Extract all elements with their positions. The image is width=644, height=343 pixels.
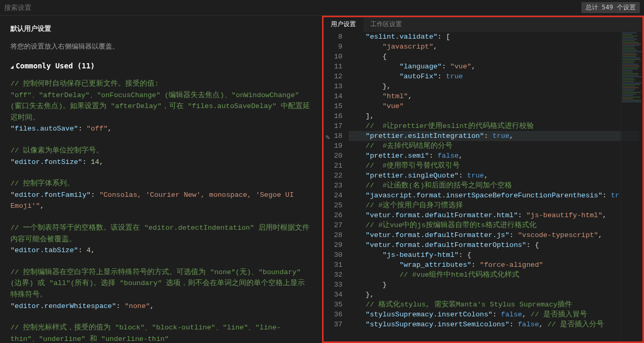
code-line[interactable]: // #使用带引号替代双引号	[349, 161, 639, 171]
line-number: 21	[334, 161, 342, 171]
code-line[interactable]: "vetur.format.defaultFormatter.js": "vsc…	[349, 230, 639, 240]
settings-count-badge: 总计 549 个设置	[581, 2, 640, 13]
chevron-down-icon: ◢	[10, 64, 14, 69]
code-line[interactable]: "javascript",	[349, 42, 639, 52]
code-line[interactable]: "wrap_attributes": "force-aligned"	[349, 260, 639, 270]
code-line[interactable]: "vetur.format.defaultFormatterOptions": …	[349, 240, 639, 250]
code-line[interactable]: // #这个按用户自身习惯选择	[349, 200, 639, 210]
pencil-icon[interactable]: ✎	[326, 133, 330, 141]
code-line[interactable]: "language": "vue",	[349, 62, 639, 72]
section-commonly-used[interactable]: ◢Commonly Used (11)	[10, 62, 312, 70]
code-line[interactable]: "prettier.singleQuote": true,	[349, 171, 639, 181]
line-number: 20	[334, 151, 342, 161]
code-content[interactable]: "eslint.validate": [ "javascript", { "la…	[349, 32, 642, 341]
setting-item[interactable]: // 控制编辑器在空白字符上显示特殊符号的方式。可选值为 "none"(无)、"…	[10, 267, 312, 312]
setting-comment: // 控制字体系列。	[10, 178, 312, 190]
setting-comment: // 控制何时自动保存已更新文件。接受的值: "off"、"afterDelay…	[10, 78, 312, 123]
line-number: 17	[334, 121, 342, 131]
code-line[interactable]: "autoFix": true	[349, 72, 639, 81]
line-number: 13	[334, 81, 342, 91]
tab-workspace-settings[interactable]: 工作区设置	[363, 17, 409, 32]
setting-comment: // 控制编辑器在空白字符上显示特殊符号的方式。可选值为 "none"(无)、"…	[10, 267, 312, 301]
setting-item[interactable]: // 以像素为单位控制字号。"editor.fontSize": 14,	[10, 145, 312, 168]
line-number: 34	[334, 290, 342, 300]
setting-comment: // 以像素为单位控制字号。	[10, 145, 312, 157]
default-settings-subtitle: 将您的设置放入右侧编辑器以覆盖。	[10, 42, 312, 51]
code-line[interactable]: "vetur.format.defaultFormatter.html": "j…	[349, 210, 639, 220]
code-editor[interactable]: 8910111213141516171819202122232425262728…	[324, 32, 642, 341]
line-number: 30	[334, 250, 342, 260]
code-line[interactable]: "javascript.format.insertSpaceBeforeFunc…	[349, 191, 639, 200]
code-line[interactable]: // #让vue中的js按编辑器自带的ts格式进行格式化	[349, 220, 639, 230]
code-line[interactable]: "js-beautify-html": {	[349, 250, 639, 260]
line-number: 18	[334, 131, 342, 141]
line-number: 14	[334, 91, 342, 101]
setting-item[interactable]: // 控制光标样式，接受的值为 "block"、"block-outline"、…	[10, 322, 312, 343]
line-number: 12	[334, 72, 342, 81]
search-settings-input[interactable]	[4, 4, 213, 11]
line-number: 19	[334, 141, 342, 151]
setting-comment: // 一个制表符等于的空格数。该设置在 "editor.detectIndent…	[10, 222, 312, 245]
setting-line: "editor.tabSize": 4,	[10, 245, 312, 256]
header-bar: 总计 549 个设置	[0, 0, 644, 16]
line-number: 24	[334, 191, 342, 200]
code-line[interactable]: },	[349, 290, 639, 300]
setting-item[interactable]: // 一个制表符等于的空格数。该设置在 "editor.detectIndent…	[10, 222, 312, 256]
code-line[interactable]: "prettier.semi": false,	[349, 151, 639, 161]
line-number: 29	[334, 240, 342, 250]
code-line[interactable]: // 格式化stylus, 需安装Manta's Stylus Supremac…	[349, 300, 639, 310]
code-line[interactable]: {	[349, 52, 639, 62]
line-number: 31	[334, 260, 342, 270]
line-number: 25	[334, 200, 342, 210]
line-number: 33	[334, 280, 342, 290]
line-number: 9	[334, 42, 342, 52]
minimap[interactable]	[621, 32, 642, 341]
line-number: 22	[334, 171, 342, 181]
line-number: 23	[334, 181, 342, 191]
setting-line: "editor.renderWhitespace": "none",	[10, 301, 312, 312]
code-line[interactable]: },	[349, 81, 639, 91]
code-line[interactable]: // #去掉代码结尾的分号	[349, 141, 639, 151]
line-number: 28	[334, 230, 342, 240]
code-line[interactable]: // #让prettier使用eslint的代码格式进行校验	[349, 121, 639, 131]
line-number: 11	[334, 62, 342, 72]
code-line[interactable]: }	[349, 280, 639, 290]
default-settings-pane: 默认用户设置 将您的设置放入右侧编辑器以覆盖。 ◢Commonly Used (…	[0, 16, 322, 343]
main-split: 默认用户设置 将您的设置放入右侧编辑器以覆盖。 ◢Commonly Used (…	[0, 16, 644, 343]
code-line[interactable]: "stylusSupremacy.insertColons": false, /…	[349, 310, 639, 320]
settings-tabs: 用户设置工作区设置	[324, 17, 642, 32]
code-line[interactable]: // #让函数(名)和后面的括号之间加个空格	[349, 181, 639, 191]
line-number: 27	[334, 220, 342, 230]
code-line[interactable]: "vue"	[349, 101, 639, 111]
setting-line: "files.autoSave": "off",	[10, 123, 312, 135]
line-number: 15	[334, 101, 342, 111]
setting-item[interactable]: // 控制何时自动保存已更新文件。接受的值: "off"、"afterDelay…	[10, 78, 312, 135]
line-number-gutter: 8910111213141516171819202122232425262728…	[324, 32, 349, 341]
code-line[interactable]: "prettier.eslintIntegration": true,	[349, 131, 639, 141]
code-line[interactable]: // #vue组件中html代码格式化样式	[349, 270, 639, 280]
code-line[interactable]: ],	[349, 111, 639, 121]
section-label: Commonly Used (11)	[16, 62, 95, 70]
code-line[interactable]: "eslint.validate": [	[349, 32, 639, 42]
line-number: 10	[334, 52, 342, 62]
tab-user-settings[interactable]: 用户设置	[324, 17, 363, 32]
line-number: 8	[334, 32, 342, 42]
code-line[interactable]: "stylusSupremacy.insertSemicolons": fals…	[349, 320, 639, 329]
default-settings-title: 默认用户设置	[10, 24, 312, 33]
line-number: 35	[334, 300, 342, 310]
line-number: 37	[334, 320, 342, 329]
line-number: 26	[334, 210, 342, 220]
line-number: 32	[334, 270, 342, 280]
setting-line: "editor.fontSize": 14,	[10, 157, 312, 168]
line-number: 16	[334, 111, 342, 121]
setting-comment: // 控制光标样式，接受的值为 "block"、"block-outline"、…	[10, 322, 312, 343]
setting-item[interactable]: // 控制字体系列。"editor.fontFamily": "Consolas…	[10, 178, 312, 212]
user-settings-editor: 用户设置工作区设置 ✎ 8910111213141516171819202122…	[322, 16, 644, 343]
setting-line: "editor.fontFamily": "Consolas, 'Courier…	[10, 190, 312, 212]
code-line[interactable]: "html",	[349, 91, 639, 101]
line-number: 36	[334, 310, 342, 320]
